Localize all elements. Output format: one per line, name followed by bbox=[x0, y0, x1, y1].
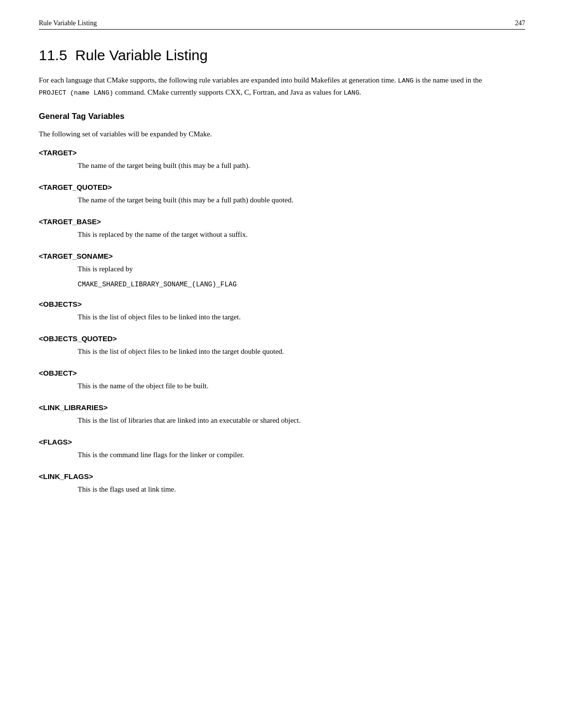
variable-target-soname: <TARGET_SONAME> This is replaced by CMAK… bbox=[39, 252, 525, 288]
variable-desc-link-flags: This is the flags used at link time. bbox=[39, 483, 525, 495]
header-page-number: 247 bbox=[515, 19, 525, 27]
variable-objects: <OBJECTS> This is the list of object fil… bbox=[39, 300, 525, 323]
variable-link-flags: <LINK_FLAGS> This is the flags used at l… bbox=[39, 472, 525, 495]
variable-name-link-flags: <LINK_FLAGS> bbox=[39, 472, 525, 480]
header-title: Rule Variable Listing bbox=[39, 19, 97, 27]
variable-name-link-libraries: <LINK_LIBRARIES> bbox=[39, 403, 525, 412]
soname-code-block: CMAKE_SHARED_LIBRARY_SONAME_(LANG)_FLAG bbox=[78, 281, 525, 288]
variable-flags: <FLAGS> This is the command line flags f… bbox=[39, 438, 525, 461]
header-bar: Rule Variable Listing 247 bbox=[39, 19, 525, 30]
variable-name-objects: <OBJECTS> bbox=[39, 300, 525, 308]
general-tag-title: General Tag Variables bbox=[39, 112, 525, 121]
section-title: 11.5 Rule Variable Listing bbox=[39, 47, 525, 64]
variable-desc-flags: This is the command line flags for the l… bbox=[39, 449, 525, 461]
general-intro: The following set of variables will be e… bbox=[39, 128, 525, 140]
variable-desc-target-base: This is replaced by the name of the targ… bbox=[39, 229, 525, 240]
variable-desc-target: The name of the target being built (this… bbox=[39, 160, 525, 171]
variable-target-quoted: <TARGET_QUOTED> The name of the target b… bbox=[39, 183, 525, 206]
variable-desc-target-quoted: The name of the target being built (this… bbox=[39, 194, 525, 206]
variable-desc-object: This is the name of the object file to b… bbox=[39, 380, 525, 392]
variable-name-target-base: <TARGET_BASE> bbox=[39, 217, 525, 226]
variable-target: <TARGET> The name of the target being bu… bbox=[39, 149, 525, 171]
variable-name-target: <TARGET> bbox=[39, 149, 525, 157]
variable-objects-quoted: <OBJECTS_QUOTED> This is the list of obj… bbox=[39, 334, 525, 357]
variable-name-target-soname: <TARGET_SONAME> bbox=[39, 252, 525, 260]
variable-link-libraries: <LINK_LIBRARIES> This is the list of lib… bbox=[39, 403, 525, 426]
name-lang-code: (name LANG) bbox=[70, 89, 113, 97]
variable-name-target-quoted: <TARGET_QUOTED> bbox=[39, 183, 525, 191]
lang-code-2: LANG bbox=[344, 89, 359, 97]
variable-desc-objects: This is the list of object files to be l… bbox=[39, 311, 525, 323]
lang-code-1: LANG bbox=[398, 77, 414, 84]
general-tag-section: General Tag Variables The following set … bbox=[39, 112, 525, 140]
variable-desc-objects-quoted: This is the list of object files to be l… bbox=[39, 346, 525, 357]
variable-name-objects-quoted: <OBJECTS_QUOTED> bbox=[39, 334, 525, 343]
page: Rule Variable Listing 247 11.5 Rule Vari… bbox=[0, 0, 564, 728]
project-code: PROJECT bbox=[39, 89, 66, 97]
variable-desc-link-libraries: This is the list of libraries that are l… bbox=[39, 414, 525, 426]
intro-paragraph: For each language that CMake supports, t… bbox=[39, 74, 525, 98]
variable-name-object: <OBJECT> bbox=[39, 369, 525, 377]
variable-desc-target-soname: This is replaced by bbox=[39, 263, 525, 275]
variable-name-flags: <FLAGS> bbox=[39, 438, 525, 446]
variable-target-base: <TARGET_BASE> This is replaced by the na… bbox=[39, 217, 525, 240]
variable-object: <OBJECT> This is the name of the object … bbox=[39, 369, 525, 392]
